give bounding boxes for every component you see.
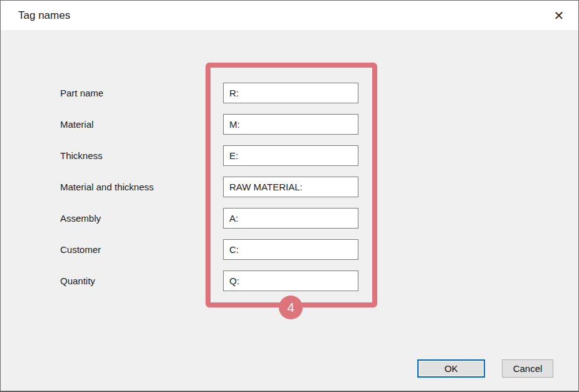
thickness-input[interactable] bbox=[223, 145, 358, 166]
ok-button[interactable]: OK bbox=[417, 359, 485, 378]
annotation-step-badge: 4 bbox=[279, 296, 303, 319]
tag-names-dialog: Tag names ✕ Part name Material Thickness… bbox=[0, 0, 579, 392]
form-row-quantity: Quantity bbox=[1, 271, 578, 291]
part-name-input[interactable] bbox=[223, 83, 358, 103]
material-label: Material bbox=[60, 114, 93, 135]
form-row-material: Material bbox=[1, 114, 578, 135]
thickness-label: Thickness bbox=[60, 145, 103, 166]
material-and-thickness-label: Material and thickness bbox=[60, 177, 154, 197]
part-name-label: Part name bbox=[60, 83, 103, 103]
cancel-button[interactable]: Cancel bbox=[502, 359, 553, 378]
form-row-assembly: Assembly bbox=[1, 208, 578, 229]
customer-input[interactable] bbox=[223, 239, 358, 260]
titlebar: Tag names ✕ bbox=[1, 1, 578, 30]
assembly-input[interactable] bbox=[223, 208, 358, 229]
assembly-label: Assembly bbox=[60, 208, 101, 229]
material-input[interactable] bbox=[223, 114, 358, 135]
dialog-title: Tag names bbox=[18, 1, 70, 30]
form-row-customer: Customer bbox=[1, 239, 578, 260]
form-row-material-and-thickness: Material and thickness bbox=[1, 177, 578, 197]
close-icon[interactable]: ✕ bbox=[545, 1, 573, 30]
form-row-thickness: Thickness bbox=[1, 145, 578, 166]
customer-label: Customer bbox=[60, 239, 101, 260]
material-and-thickness-input[interactable] bbox=[223, 177, 358, 197]
quantity-input[interactable] bbox=[223, 271, 358, 291]
form-row-part-name: Part name bbox=[1, 83, 578, 103]
quantity-label: Quantity bbox=[60, 271, 95, 291]
